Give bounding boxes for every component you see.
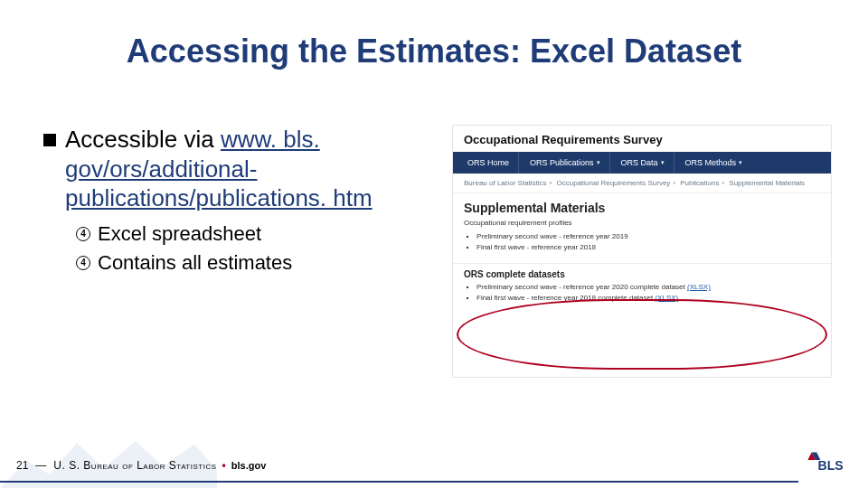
footer-dot-icon: • bbox=[222, 459, 226, 472]
thumb-heading: Supplemental Materials bbox=[453, 193, 831, 217]
bls-logo-icon: BLS bbox=[807, 445, 844, 475]
thumb-section-title: ORS complete datasets bbox=[453, 263, 831, 281]
crumb-item: Supplemental Materials bbox=[729, 179, 805, 187]
footer-divider bbox=[0, 481, 868, 483]
sub-bullet: 4 Excel spreadsheet bbox=[76, 222, 432, 246]
bls-logo: BLS bbox=[807, 445, 844, 475]
webpage-thumbnail: Occupational Requirements Survey ORS Hom… bbox=[452, 125, 832, 378]
thumb-list-item[interactable]: Preliminary second wave - reference year… bbox=[476, 232, 820, 240]
thumb-nav-label: ORS Home bbox=[467, 158, 509, 167]
page-number: 21 bbox=[16, 459, 28, 472]
sub-bullet-text: Excel spreadsheet bbox=[98, 222, 261, 246]
thumb-list: Preliminary second wave - reference year… bbox=[453, 230, 831, 259]
slide: Accessing the Estimates: Excel Dataset A… bbox=[0, 0, 868, 488]
thumb-nav-item[interactable]: ORS Methods ▾ bbox=[676, 152, 752, 174]
circled-number-icon: 4 bbox=[76, 256, 90, 270]
thumb-nav-bar: ORS Home ORS Publications ▾ ORS Data ▾ O… bbox=[453, 152, 831, 174]
thumb-nav-label: ORS Data bbox=[621, 158, 658, 167]
caret-down-icon: ▾ bbox=[661, 159, 665, 166]
xlsx-link[interactable]: (XLSX) bbox=[687, 283, 711, 291]
square-bullet-icon bbox=[43, 134, 56, 146]
thumb-page-title: Occupational Requirements Survey bbox=[453, 126, 831, 152]
footer-dash: — bbox=[35, 459, 46, 472]
bullet-lead-text: Accessible via bbox=[65, 126, 221, 153]
red-annotation-oval-icon bbox=[457, 299, 827, 370]
crumb-item[interactable]: Publications bbox=[680, 179, 719, 187]
bullet-level1: Accessible via www. bls. gov/ors/additio… bbox=[43, 125, 432, 213]
footer-bureau-text: U. S. Bureau of Labor Statistics bbox=[53, 459, 216, 472]
circled-number-icon: 4 bbox=[76, 227, 90, 241]
thumb-nav-item[interactable]: ORS Home bbox=[458, 152, 519, 174]
thumb-breadcrumb: Bureau of Labor Statistics› Occupational… bbox=[453, 174, 831, 193]
sub-bullet: 4 Contains all estimates bbox=[76, 251, 432, 275]
bullet-text: Accessible via www. bls. gov/ors/additio… bbox=[65, 125, 432, 213]
thumb-nav-item[interactable]: ORS Data ▾ bbox=[612, 152, 675, 174]
caret-down-icon: ▾ bbox=[739, 159, 742, 166]
caret-down-icon: ▾ bbox=[597, 159, 600, 166]
decorative-mountain-icon bbox=[0, 425, 217, 488]
sub-bullet-list: 4 Excel spreadsheet 4 Contains all estim… bbox=[76, 222, 432, 275]
logo-text: BLS bbox=[818, 458, 844, 473]
thumb-list-item[interactable]: Final first wave - reference year 2018 bbox=[476, 243, 820, 251]
thumb-list-item[interactable]: Preliminary second wave - reference year… bbox=[476, 283, 820, 291]
crumb-item[interactable]: Bureau of Labor Statistics bbox=[464, 179, 547, 187]
thumb-nav-label: ORS Publications bbox=[530, 158, 594, 167]
crumb-item[interactable]: Occupational Requirements Survey bbox=[557, 179, 671, 187]
slide-footer: 21 — U. S. Bureau of Labor Statistics • … bbox=[16, 459, 266, 472]
thumb-nav-label: ORS Methods bbox=[685, 158, 737, 167]
thumb-item-text: Preliminary second wave - reference year… bbox=[476, 283, 687, 291]
thumb-nav-item[interactable]: ORS Publications ▾ bbox=[521, 152, 610, 174]
sub-bullet-text: Contains all estimates bbox=[98, 251, 292, 275]
slide-title: Accessing the Estimates: Excel Dataset bbox=[0, 33, 868, 70]
footer-site: bls.gov bbox=[231, 460, 267, 471]
thumb-section-title: Occupational requirement profiles bbox=[453, 217, 831, 230]
body-left-column: Accessible via www. bls. gov/ors/additio… bbox=[43, 125, 432, 280]
